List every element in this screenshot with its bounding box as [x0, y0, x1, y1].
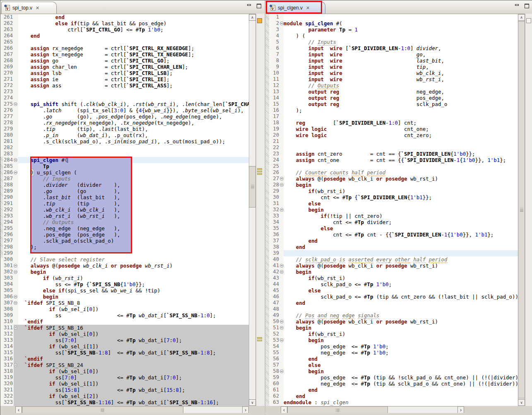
line-number: 13: [269, 89, 279, 95]
close-icon[interactable]: ✕: [36, 5, 39, 11]
fold-collapse-icon[interactable]: [280, 320, 284, 323]
right-editor-area[interactable]: 1234567891011121314151617181920212223242…: [266, 14, 532, 415]
fold-collapse-icon[interactable]: [280, 208, 284, 212]
line-number: 4: [269, 33, 279, 39]
fold-collapse-icon[interactable]: [14, 270, 17, 274]
fold-collapse-icon[interactable]: [14, 264, 17, 268]
line-number: 9: [269, 64, 279, 70]
code-line: [284, 145, 518, 151]
code-lines[interactable]: module spi_clgen #( parameter Tp = 1 ) (…: [284, 14, 518, 406]
code-line: cnt <= #Tp cnt - {{`SPI_DIVIDER_LEN-1{1'…: [284, 232, 518, 238]
vertical-scrollbar-thumb[interactable]: [518, 21, 525, 398]
code-line: if (wb_sel_i[0]): [18, 368, 249, 374]
code-line: endmodule : spi_clgen: [284, 399, 518, 405]
line-number: 14: [269, 95, 279, 101]
line-number: 304: [2, 281, 13, 287]
fold-collapse-icon[interactable]: [280, 369, 284, 373]
line-number: 281: [2, 138, 13, 145]
line-number: 322: [2, 393, 13, 399]
line-number: 320: [2, 381, 13, 387]
scroll-up-button[interactable]: ∧: [518, 14, 525, 21]
line-number: 61: [269, 387, 279, 393]
code-line: sclk_pad_o <= #Tp 1'b0;: [284, 281, 518, 287]
code-line: begin: [284, 337, 518, 343]
code-line: `endif: [18, 356, 249, 362]
fold-collapse-icon[interactable]: [280, 270, 284, 274]
code-line: .go (go), .pos_edge(pos_edge), .neg_edge…: [18, 113, 249, 120]
fold-collapse-icon[interactable]: [14, 326, 17, 330]
fold-collapse-icon[interactable]: [14, 102, 17, 106]
scroll-down-button[interactable]: ∨: [518, 399, 525, 406]
line-number: 294: [2, 219, 13, 225]
code-line: always @(posedge wb_clk_i or posedge wb_…: [284, 318, 518, 325]
fold-collapse-icon[interactable]: [280, 338, 284, 342]
code-line: end: [284, 393, 518, 399]
minimize-icon[interactable]: [515, 4, 519, 6]
left-tabbar: v spi_top.v ✕: [0, 0, 265, 14]
occurrence-marker[interactable]: [257, 171, 262, 172]
fold-collapse-icon[interactable]: [14, 158, 17, 162]
line-number: 42: [269, 269, 279, 275]
line-number: 40: [269, 256, 279, 263]
code-line: ) (: [284, 33, 518, 39]
line-number: 57: [269, 362, 279, 368]
line-number: 291: [2, 200, 13, 207]
line-number: 64: [269, 405, 279, 406]
line-number: 23: [269, 151, 279, 157]
minimize-icon[interactable]: [247, 4, 251, 6]
code-line: end: [18, 14, 249, 20]
line-number: 312: [2, 331, 13, 337]
line-number: 25: [269, 163, 279, 169]
line-numbers: 2612622632642652662672682692702712722732…: [2, 14, 13, 406]
fold-collapse-icon[interactable]: [14, 295, 17, 299]
maximize-icon[interactable]: [525, 4, 529, 8]
vertical-scrollbar-track[interactable]: [249, 14, 256, 406]
line-number: 18: [269, 120, 279, 126]
occurrence-marker[interactable]: [257, 340, 262, 341]
line-number: 262: [2, 20, 13, 27]
line-number: 60: [269, 381, 279, 387]
code-line: // Inputs: [284, 39, 518, 45]
line-number: 50: [269, 318, 279, 325]
fold-collapse-icon[interactable]: [280, 326, 284, 330]
line-number: 7: [269, 51, 279, 58]
occurrence-marker[interactable]: [257, 168, 262, 170]
tab-spi-top[interactable]: v spi_top.v ✕: [1, 2, 57, 14]
overview-ruler: [525, 14, 532, 406]
fold-collapse-icon[interactable]: [14, 301, 17, 305]
line-number: 54: [269, 343, 279, 350]
occurrence-marker[interactable]: [257, 173, 262, 175]
fold-collapse-icon[interactable]: [280, 177, 284, 181]
line-number: 289: [2, 188, 13, 194]
code-line: sclk_pad_o <= #Tp (tip && cnt_zero && (!…: [284, 294, 518, 300]
editor-pane-spi-clgen: v spi_clgen.v ✕ 123456789101112131415161…: [266, 0, 532, 415]
line-number: 273: [2, 89, 13, 95]
line-number: 277: [2, 113, 13, 120]
code-line: begin: [284, 182, 518, 188]
code-line: wire logic cnt_zero;: [284, 132, 518, 138]
fold-collapse-icon[interactable]: [14, 171, 17, 174]
code-line: end: [284, 244, 518, 250]
line-number: 297: [2, 238, 13, 244]
fold-collapse-icon[interactable]: [14, 363, 17, 367]
left-editor-area[interactable]: 2612622632642652662672682692702712722732…: [0, 14, 265, 415]
code-line: end: [284, 300, 518, 306]
scroll-down-button[interactable]: ∨: [249, 399, 256, 406]
scroll-up-button[interactable]: ∧: [249, 14, 256, 21]
overview-ruler: [256, 14, 265, 406]
line-number: 287: [2, 176, 13, 182]
vertical-scrollbar-thumb[interactable]: [249, 166, 256, 208]
maximize-icon[interactable]: [257, 4, 261, 8]
line-number: 44: [269, 281, 279, 287]
code-line: );: [284, 107, 518, 113]
code-line: pos_edge <= #Tp (tip && !sclk_pad_o && c…: [284, 374, 518, 381]
occurrence-marker[interactable]: [257, 337, 262, 339]
fold-collapse-icon[interactable]: [280, 22, 284, 25]
fold-collapse-icon[interactable]: [280, 183, 284, 187]
fold-collapse-icon[interactable]: [280, 264, 284, 268]
line-number: 268: [2, 58, 13, 64]
line-number: 46: [269, 294, 279, 300]
code-line: .p_in (wb_dat_i), .p_out(rx),: [18, 132, 249, 138]
code-highlight-rectangle: [30, 157, 132, 253]
code-line: else: [284, 362, 518, 368]
